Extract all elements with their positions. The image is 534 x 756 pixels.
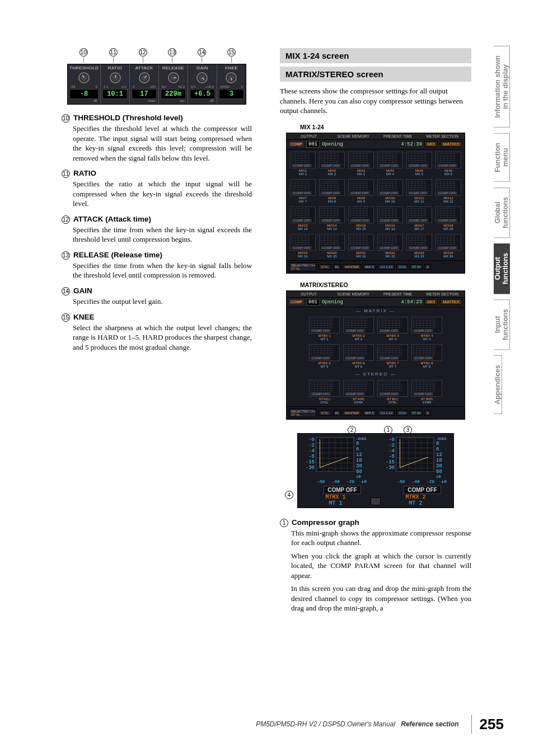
mini-graph[interactable]: COMP OFF [290,179,316,196]
compressor-graph[interactable] [396,437,434,472]
mini-graph[interactable]: COMP OFF [319,179,345,196]
nav-tab[interactable]: Outputfunctions [494,243,510,294]
nav-tab[interactable]: Information shownin the display [494,46,510,128]
mini-graph[interactable]: COMP OFF [406,152,432,168]
ratio-knob[interactable] [109,72,121,84]
figure-label-matrix: MATRIX/STEREO [300,281,471,288]
def-14: 14 GAIN Specifies the output level gain. [62,287,252,307]
def-num-11: 11 [62,170,70,178]
attack-knob[interactable] [138,72,151,84]
nav-tab[interactable]: Appendices [494,355,502,414]
gain-knob[interactable] [196,72,208,84]
mini-graph[interactable]: COMP OFF [290,234,316,251]
param-strip-figure: 101112131415 THRESHOLD -540 -8 dB RATIO … [67,48,246,105]
mini-graph[interactable]: COMP OFF [411,380,442,397]
mini-graph[interactable]: COMP OFF [406,179,432,196]
def-body-r1: This mini-graph shows the approximate co… [291,528,471,548]
release-cell: RELEASE 5m42.3 229m sec [159,64,188,104]
footer-section: Reference section [401,720,458,728]
mini-graph[interactable]: COMP OFF [377,380,408,397]
mini-graph[interactable]: COMP OFF [411,344,442,361]
mini-graph[interactable]: COMP OFF [309,344,340,361]
threshold-knob[interactable] [78,72,90,84]
def-body-13: Specifies the time from when the key-in … [73,261,252,280]
ratio-cell: RATIO 1:1∞:1 10:1 [101,64,130,104]
mini-graph[interactable]: COMP OFF [319,234,345,251]
mini-graph[interactable]: COMP OFF [435,152,461,168]
mini-graph[interactable]: COMP OFF [377,179,403,196]
def-num-10: 10 [62,114,70,123]
comp-off-button[interactable]: COMP OFF [404,486,441,494]
mini-graph[interactable]: COMP OFF [343,380,374,397]
link-button[interactable] [371,497,381,505]
channel-name: MTRX 1 [303,494,368,500]
def-body-r1: In this screen you can drag and drop the… [291,584,471,613]
footer-product: PM5D/PM5D-RH V2 / DSP5D Owner's Manual [256,720,395,728]
def-title-10: THRESHOLD (Threshold level) [73,114,183,122]
knee-cell: KNEE HARD5 3 [217,64,246,104]
gain-value: +6.5 [190,89,215,99]
mini-graph[interactable]: COMP OFF [309,380,340,397]
mini-graph[interactable]: COMP OFF [290,206,316,223]
mini-graph[interactable]: COMP OFF [319,152,345,168]
channel-name: MTRX 2 [383,494,448,500]
mini-graph[interactable]: COMP OFF [406,234,432,251]
mini-graph[interactable]: COMP OFF [406,206,432,223]
mini-graph[interactable]: COMP OFF [348,179,374,196]
attack-cell: ATTACK 0120 17 msec [130,64,159,104]
nav-tab[interactable]: Inputfunctions [494,299,510,350]
nav-tab[interactable]: Globalfunctions [494,187,510,238]
mini-graph[interactable]: COMP OFF [411,317,442,334]
screenshot-mix-1-24: OUTPUTSCENE MEMORY PRESENT TIMEMETER SEC… [286,133,465,274]
def-num-14: 14 [62,287,70,295]
mini-graph[interactable]: COMP OFF [343,317,374,334]
compressor-graph[interactable] [316,437,354,472]
page-footer: PM5D/PM5D-RH V2 / DSP5D Owner's Manual R… [0,715,534,734]
def-body-10: Specifies the threshold level at which t… [73,124,252,163]
nav-tab[interactable]: Functionmenu [494,133,510,182]
mini-graph[interactable]: COMP OFF [377,344,408,361]
mini-graph[interactable]: COMP OFF [377,317,408,334]
mini-graph[interactable]: COMP OFF [435,234,461,251]
knee-value: 3 [219,89,244,99]
section-heading-mix: MIX 1-24 screen [280,48,471,63]
def-13: 13 RELEASE (Release time) Specifies the … [62,251,252,280]
mini-graph[interactable]: COMP OFF [377,206,403,223]
mini-graph[interactable]: COMP OFF [348,152,374,168]
callout-13: 13 [168,48,176,57]
channel-short: MT 1 [303,500,368,506]
threshold-label: THRESHOLD [69,65,99,71]
mini-graph[interactable]: COMP OFF [348,206,374,223]
page-number: 255 [480,716,504,733]
callout-4: 4 [285,491,293,499]
attack-value: 17 [132,89,157,99]
zoom-figure: 2 1 3 4 -0-2-4-8-15-30 -OVER0612183060±0… [286,433,465,508]
gain-label: GAIN [190,65,215,71]
comp-off-button[interactable]: COMP OFF [324,486,361,494]
def-num-15: 15 [62,313,70,322]
knee-knob[interactable] [225,72,237,84]
threshold-value: -8 [69,89,99,99]
figure-label-mix: MIX 1-24 [300,124,471,130]
mini-graph[interactable]: COMP OFF [348,234,374,251]
def-num-12: 12 [62,215,70,224]
mini-graph[interactable]: COMP OFF [309,317,340,334]
def-num-13: 13 [62,251,70,260]
section-heading-matrix: MATRIX/STEREO screen [280,67,471,82]
mini-graph[interactable]: COMP OFF [377,152,403,168]
mini-graph[interactable]: COMP OFF [319,206,345,223]
mini-graph[interactable]: COMP OFF [290,152,316,168]
mini-graph[interactable]: COMP OFF [377,234,403,251]
attack-label: ATTACK [132,65,157,71]
def-body-15: Select the sharpness at which the output… [73,323,252,353]
def-body-14: Specifies the output level gain. [73,297,252,307]
def-num-r1: 1 [280,519,288,527]
release-knob[interactable] [167,72,180,84]
def-title-11: RATIO [73,169,96,177]
def-title-15: KNEE [73,313,95,321]
release-label: RELEASE [161,65,186,71]
threshold-cell: THRESHOLD -540 -8 dB [68,64,101,104]
mini-graph[interactable]: COMP OFF [435,179,461,196]
mini-graph[interactable]: COMP OFF [343,344,374,361]
mini-graph[interactable]: COMP OFF [435,206,461,223]
